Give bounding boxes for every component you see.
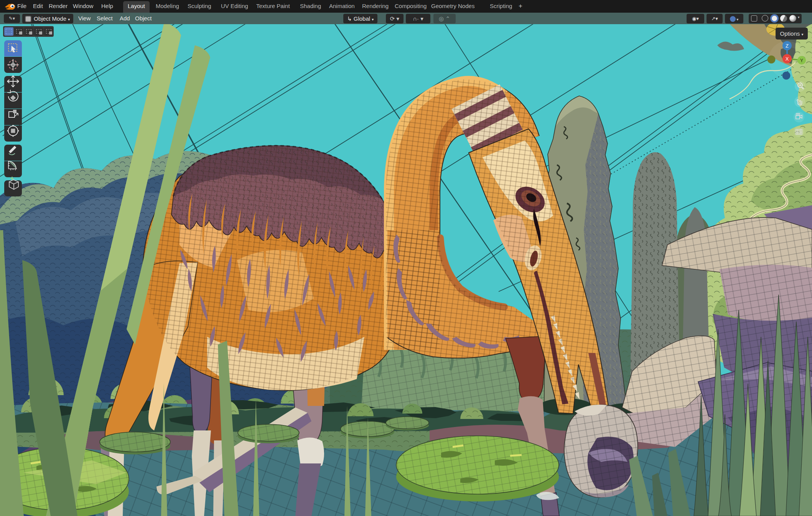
svg-text:Y: Y	[800, 58, 803, 63]
svg-text:X: X	[786, 56, 789, 62]
svg-text:Z: Z	[786, 43, 789, 49]
